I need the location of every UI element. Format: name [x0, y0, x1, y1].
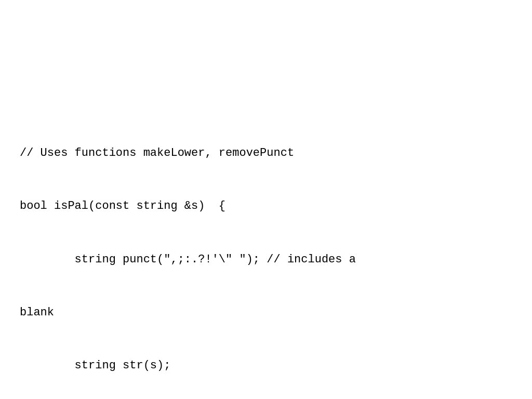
code-line-2: bool isPal(const string &s) { — [20, 197, 363, 215]
code-block: // Uses functions makeLower, removePunct… — [20, 109, 363, 399]
code-line-5: string str(s); — [20, 357, 363, 375]
code-line-4: blank — [20, 304, 363, 322]
code-line-3: string punct(",;:.?!'\" "); // includes … — [20, 251, 363, 269]
code-line-1: // Uses functions makeLower, removePunct — [20, 144, 363, 162]
